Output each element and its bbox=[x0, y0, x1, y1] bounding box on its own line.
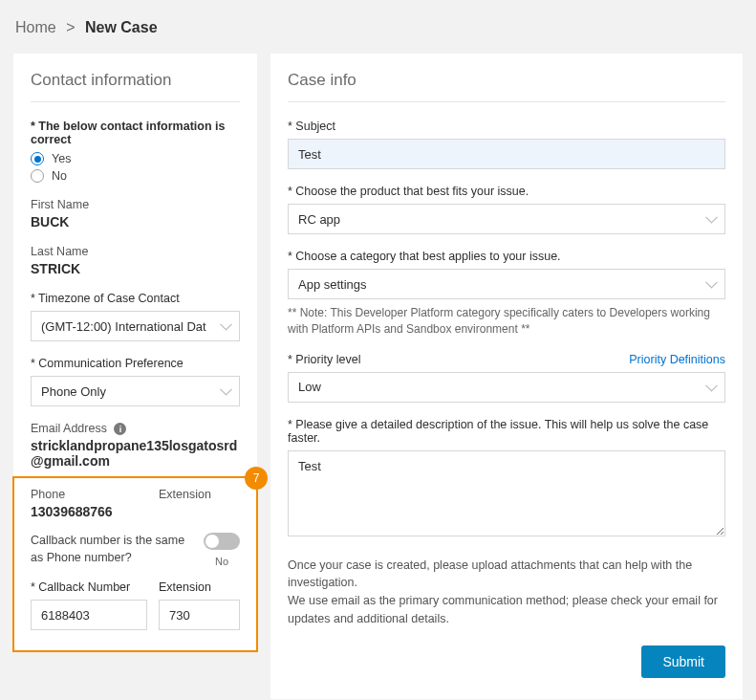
callback-number-input[interactable] bbox=[31, 600, 147, 630]
submit-button[interactable]: Submit bbox=[641, 645, 725, 678]
email-value: stricklandpropane135losgatosrd@gmail.com bbox=[31, 438, 240, 469]
subject-label: * Subject bbox=[288, 120, 725, 133]
radio-yes-label: Yes bbox=[52, 152, 71, 165]
category-note: ** Note: This Developer Platform categor… bbox=[288, 305, 725, 338]
highlight-badge: 7 bbox=[245, 467, 268, 490]
phone-section: Phone 13039688766 Extension Callback num… bbox=[31, 484, 240, 630]
product-label: * Choose the product that best fits your… bbox=[288, 185, 725, 198]
confirm-info-label: * The below contact information is corre… bbox=[31, 120, 240, 146]
case-info-title: Case info bbox=[288, 71, 725, 90]
comm-pref-label: * Communication Preference bbox=[31, 357, 240, 370]
description-label: * Please give a detailed description of … bbox=[288, 418, 725, 445]
priority-definitions-link[interactable]: Priority Definitions bbox=[629, 353, 725, 366]
contact-panel: Contact information * The below contact … bbox=[13, 54, 257, 651]
priority-select[interactable]: Low bbox=[288, 372, 725, 403]
last-name-label: Last Name bbox=[31, 245, 240, 258]
radio-yes-row[interactable]: Yes bbox=[31, 152, 240, 165]
info-icon[interactable]: i bbox=[114, 423, 126, 435]
case-info-panel: Case info * Subject * Choose the product… bbox=[270, 54, 743, 699]
priority-label: * Priority level bbox=[288, 353, 360, 366]
breadcrumb-home[interactable]: Home bbox=[15, 19, 56, 35]
last-name-value: STRICK bbox=[31, 261, 240, 276]
phone-label: Phone bbox=[31, 488, 147, 501]
callback-same-label: Callback number is the same as Phone num… bbox=[31, 533, 194, 566]
category-label: * Choose a category that best applies to… bbox=[288, 250, 725, 263]
email-label: Email Address i bbox=[31, 422, 240, 435]
description-textarea[interactable] bbox=[288, 450, 725, 536]
footer-note: Once your case is created, please upload… bbox=[288, 557, 725, 628]
contact-title: Contact information bbox=[31, 71, 240, 90]
callback-ext-input[interactable] bbox=[159, 600, 240, 630]
radio-yes[interactable] bbox=[31, 152, 44, 165]
first-name-value: BUCK bbox=[31, 214, 240, 230]
callback-ext-label: Extension bbox=[159, 580, 240, 594]
radio-no-label: No bbox=[52, 169, 67, 183]
first-name-label: First Name bbox=[31, 198, 240, 211]
category-select[interactable]: App settings bbox=[288, 269, 725, 299]
breadcrumb: Home > New Case bbox=[13, 19, 743, 36]
radio-no[interactable] bbox=[31, 169, 44, 183]
breadcrumb-current: New Case bbox=[85, 19, 158, 35]
callback-same-toggle-label: No bbox=[204, 556, 240, 567]
callback-same-toggle[interactable] bbox=[204, 533, 240, 550]
radio-no-row[interactable]: No bbox=[31, 169, 240, 183]
comm-pref-select[interactable]: Phone Only bbox=[31, 376, 240, 406]
subject-input[interactable] bbox=[288, 139, 725, 169]
timezone-select[interactable]: (GMT-12:00) International Dat bbox=[31, 311, 240, 341]
breadcrumb-separator: > bbox=[66, 19, 75, 35]
product-select[interactable]: RC app bbox=[288, 204, 725, 234]
timezone-label: * Timezone of Case Contact bbox=[31, 292, 240, 305]
callback-number-label: * Callback Number bbox=[31, 580, 147, 594]
phone-value: 13039688766 bbox=[31, 504, 147, 519]
extension-label: Extension bbox=[159, 488, 240, 501]
